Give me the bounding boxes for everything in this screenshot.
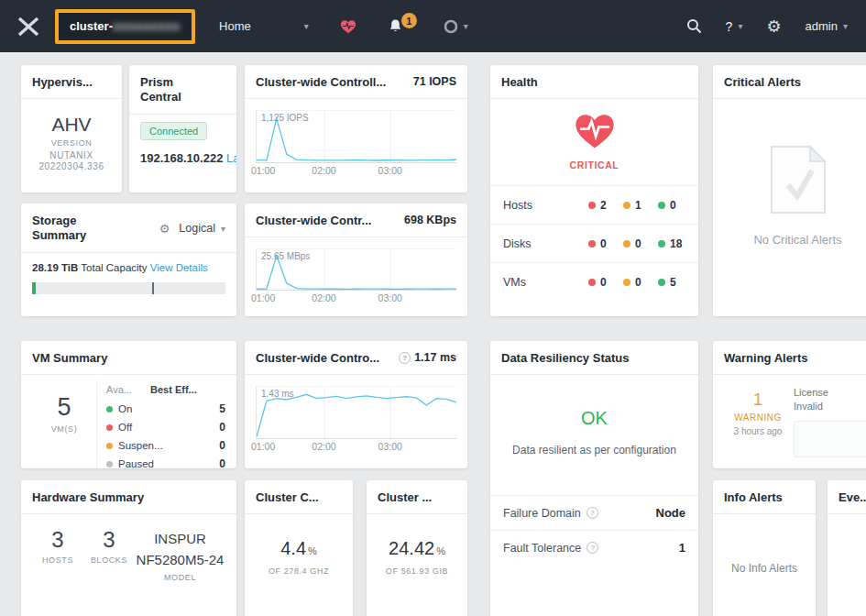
memory-usage-unit: %	[436, 545, 445, 556]
memory-capacity: OF 561.93 GiB	[367, 566, 467, 576]
alerts-bell-icon[interactable]: 1	[388, 18, 403, 34]
user-menu-label: admin	[806, 19, 838, 33]
user-menu[interactable]: admin ▾	[806, 19, 848, 33]
warning-alert-item[interactable]: License Invalid	[794, 386, 866, 413]
vm-row-paused[interactable]: Paused 0	[106, 455, 225, 468]
yellow-count: 1	[635, 199, 641, 212]
chart-title: Cluster-wide Contr...	[256, 214, 371, 228]
x-tick: 02:00	[312, 441, 335, 452]
bandwidth-chart-card: Cluster-wide Contr... 698 KBps 25.65 MBp…	[245, 204, 467, 316]
warning-summary[interactable]: 1 WARNING 3 hours ago	[722, 382, 794, 457]
health-row-disks[interactable]: Disks 0 0 18	[490, 224, 698, 262]
info-alerts-card: Info Alerts No Info Alerts	[713, 480, 816, 616]
health-row-hosts[interactable]: Hosts 2 1 0	[490, 185, 698, 224]
search-icon[interactable]	[686, 18, 702, 34]
settings-gear-icon[interactable]: ⚙	[766, 18, 781, 35]
nutanix-logo[interactable]	[16, 16, 40, 38]
model-number: NF5280M5-24	[135, 550, 225, 571]
yellow-count: 0	[635, 237, 641, 250]
red-status-dot	[588, 279, 596, 286]
green-status-dot	[106, 406, 113, 412]
red-count: 2	[600, 199, 607, 212]
vm-state-label: On	[118, 403, 132, 414]
help-question-icon[interactable]: ?	[399, 352, 411, 364]
storage-settings-gear-icon[interactable]: ⚙	[159, 222, 170, 236]
vm-row-suspended[interactable]: Suspen... 0	[106, 436, 225, 455]
column-header: Best Eff...	[150, 384, 197, 395]
hardware-summary-card: Hardware Summary 3 HOSTS 3 BLOCKS INSPUR…	[21, 480, 236, 616]
x-tick: 01:00	[251, 165, 275, 176]
tasks-menu[interactable]: ▾	[444, 19, 468, 34]
chart-current-value: 1.17 ms	[414, 351, 456, 364]
launch-link[interactable]: La	[226, 151, 236, 165]
storage-mode-label: Logical	[179, 222, 215, 235]
iops-line-chart[interactable]: 1,125 IOPS	[256, 110, 456, 163]
storage-summary-card: Storage Summary ⚙ Logical ▾ 28.19 TiB To…	[21, 204, 236, 316]
yellow-status-dot	[106, 443, 113, 449]
x-tick: 03:00	[378, 441, 402, 452]
vm-state-label: Paused	[118, 458, 154, 468]
hypervisor-type: AHV	[21, 114, 122, 136]
health-row-vms[interactable]: VMs 0 0 5	[490, 262, 698, 301]
x-tick: 02:00	[312, 165, 335, 176]
chart-peak-label: 1.43 ms	[261, 389, 294, 399]
yellow-count: 0	[635, 276, 641, 289]
gray-status-dot	[106, 461, 113, 468]
divider	[713, 513, 816, 514]
warning-list-area	[794, 421, 866, 457]
failure-domain-value: Node	[656, 506, 686, 520]
help-question-icon[interactable]: ?	[586, 507, 598, 519]
card-title: Cluster ...	[378, 490, 432, 505]
divider	[245, 236, 467, 237]
document-check-icon	[713, 143, 866, 220]
latency-line-chart[interactable]: 1.43 ms	[256, 386, 456, 439]
fault-tolerance-value: 1	[679, 541, 685, 555]
column-header: Ava...	[106, 384, 150, 395]
x-tick: 01:00	[251, 292, 275, 303]
view-details-link[interactable]: View Details	[150, 262, 208, 273]
card-title: Hypervis...	[32, 75, 93, 90]
total-capacity-value: 28.19 TiB	[32, 262, 78, 273]
vm-state-count: 0	[219, 457, 225, 468]
warning-item-line: License	[794, 386, 866, 400]
vm-row-off[interactable]: Off 0	[106, 418, 225, 436]
prism-central-card: Prism Central Connected 192.168.10.222 L…	[129, 65, 236, 192]
divider	[21, 98, 122, 99]
vm-state-table: Ava... Best Eff... On 5 Off 0 Suspen... …	[96, 380, 225, 468]
card-title: Warning Alerts	[724, 351, 808, 366]
cluster-name-selector[interactable]: cluster- xxxxxxxxx	[55, 9, 195, 44]
card-title: Storage Summary	[32, 214, 93, 244]
storage-mode-dropdown[interactable]: Logical ▾	[179, 222, 225, 235]
red-status-dot	[588, 202, 596, 209]
divider	[245, 98, 467, 99]
blocks-label: BLOCKS	[83, 556, 135, 565]
connection-status-badge: Connected	[140, 122, 207, 140]
home-menu[interactable]: Home ▾	[219, 19, 309, 33]
warning-time: 3 hours ago	[722, 426, 794, 436]
warning-label: WARNING	[722, 412, 794, 423]
hypervisor-build: 20220304.336	[21, 161, 122, 171]
vm-row-on[interactable]: On 5	[106, 400, 225, 418]
card-title: Info Alerts	[724, 490, 783, 505]
bandwidth-line-chart[interactable]: 25.65 MBps	[256, 248, 456, 291]
critical-alerts-card: Critical Alerts No Critical Alerts	[713, 65, 866, 316]
chevron-down-icon: ▾	[843, 21, 848, 31]
vm-count: 5	[32, 393, 96, 422]
red-count: 0	[600, 237, 607, 250]
green-status-dot	[658, 279, 665, 286]
help-question-icon[interactable]: ?	[586, 542, 598, 554]
storage-usage-bar[interactable]	[32, 282, 225, 294]
resiliency-message: Data resilient as per configuration	[490, 444, 698, 456]
yellow-status-dot	[623, 279, 630, 286]
card-title: Health	[501, 75, 538, 90]
health-status-heart-icon[interactable]	[490, 112, 698, 154]
help-menu[interactable]: ? ▾	[726, 19, 743, 34]
divider	[828, 513, 866, 514]
cpu-usage-value: 4.4	[280, 538, 306, 558]
divider	[713, 98, 866, 99]
chevron-down-icon: ▾	[221, 224, 225, 234]
health-heart-icon[interactable]	[340, 19, 356, 34]
chart-peak-label: 25.65 MBps	[261, 251, 310, 261]
vm-state-count: 5	[219, 402, 225, 415]
home-menu-label: Home	[219, 19, 251, 33]
